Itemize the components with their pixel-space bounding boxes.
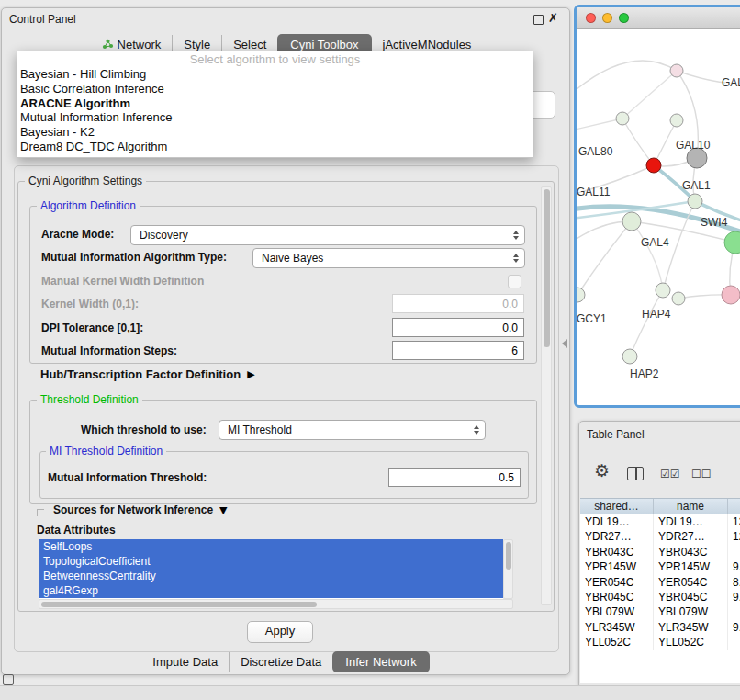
algorithm-option[interactable]: Basic Correlation Inference (17, 82, 533, 96)
attribute-item[interactable]: SelfLoops (39, 539, 503, 554)
network-node[interactable] (670, 114, 683, 127)
algorithm-dropdown-popup: Select algorithm to view settings Bayesi… (17, 51, 533, 158)
table-row[interactable]: YBR045CYBR045C9. (580, 590, 740, 604)
bottom-tab-infer-network[interactable]: Infer Network (332, 651, 429, 672)
list-vertical-scrollbar[interactable] (503, 539, 513, 599)
table-row[interactable]: YLL052CYLL052C (580, 635, 740, 649)
network-node[interactable] (724, 231, 740, 254)
dpi-tolerance-value: 0.0 (502, 322, 518, 334)
minimize-traffic-light[interactable] (602, 13, 612, 23)
close-traffic-light[interactable] (586, 13, 596, 23)
cyni-algorithm-settings-group: Cyni Algorithm Settings Algorithm Defini… (17, 181, 555, 612)
group-corner-line (37, 509, 44, 516)
divider-collapse-arrow[interactable] (562, 339, 567, 348)
table-cell: YBR045C (654, 590, 728, 604)
network-node[interactable] (616, 112, 629, 125)
network-edge[interactable] (622, 119, 654, 165)
table-row[interactable]: YLR345WYLR345W9. (580, 620, 740, 635)
table-row[interactable]: YDL19…YDL19…13 (580, 514, 740, 529)
which-threshold-label: Which threshold to use: (81, 423, 207, 436)
threshold-definition-title: Threshold Definition (37, 393, 142, 406)
table-row[interactable]: YER054CYER054C8. (580, 575, 740, 590)
table-row[interactable]: YDR27…YDR27…12 (580, 529, 740, 544)
network-node-label: HAP2 (630, 367, 659, 380)
table-column-header[interactable]: shared… (580, 499, 654, 514)
mi-threshold-field[interactable]: 0.5 (388, 468, 521, 487)
network-node[interactable] (722, 286, 740, 304)
dpi-tolerance-field[interactable]: 0.0 (392, 318, 524, 337)
hub-expander[interactable]: Hub/Transcription Factor Definition ▶ (40, 367, 255, 381)
mi-algorithm-type-select[interactable]: Naive Bayes (252, 248, 525, 268)
bottom-tab-discretize-data[interactable]: Discretize Data (229, 652, 332, 672)
deselect-all-icon[interactable]: ☐☐ (691, 468, 712, 480)
attribute-item[interactable]: gal4RGexp (39, 583, 503, 598)
network-node[interactable] (646, 158, 661, 173)
network-edge[interactable] (577, 221, 632, 295)
aracne-mode-value: Discovery (140, 229, 188, 242)
attribute-item[interactable]: BetweennessCentrality (39, 569, 503, 583)
list-horizontal-scrollbar-thumb[interactable] (41, 602, 317, 607)
dpi-tolerance-label: DPI Tolerance [0,1]: (41, 322, 143, 334)
network-edge[interactable] (577, 119, 622, 130)
float-panel-icon[interactable] (533, 15, 544, 25)
table-cell: YBL079W (654, 604, 728, 619)
panel-dock-icon[interactable] (3, 674, 14, 685)
network-node[interactable] (688, 194, 702, 209)
table-cell: 13 (728, 514, 740, 529)
aracne-mode-select[interactable]: Discovery (130, 225, 525, 245)
network-edge[interactable] (622, 71, 677, 119)
manual-kernel-checkbox[interactable] (508, 275, 521, 288)
network-edge[interactable] (630, 290, 663, 356)
table-column-header[interactable] (728, 499, 740, 514)
algorithm-option[interactable]: Dream8 DC_TDC Algorithm (17, 140, 533, 154)
apply-button[interactable]: Apply (247, 621, 313, 643)
algorithm-option[interactable]: Bayesian - Hill Climbing (17, 67, 533, 82)
settings-scrollbar[interactable] (541, 186, 552, 605)
chevron-down-icon: ▼ (219, 504, 227, 516)
table-cell: YER054C (654, 575, 728, 590)
network-node[interactable] (577, 288, 585, 302)
mi-type-label: Mutual Information Algorithm Type: (41, 251, 227, 264)
table-cell (728, 635, 740, 649)
network-node[interactable] (656, 283, 670, 298)
network-node[interactable] (622, 349, 637, 364)
threshold-definition-group: Threshold Definition Which threshold to … (29, 400, 537, 504)
table-cell: YLL052C (580, 635, 654, 649)
table-column-header[interactable]: name (654, 499, 728, 514)
network-edge[interactable] (632, 221, 663, 290)
settings-scrollbar-thumb[interactable] (544, 189, 550, 347)
attribute-item[interactable]: TopologicalCoefficient (39, 554, 503, 569)
mi-type-value: Naive Bayes (262, 252, 323, 265)
network-node[interactable] (672, 292, 685, 305)
algorithm-dropdown-options: Bayesian - Hill ClimbingBasic Correlatio… (17, 67, 533, 154)
network-node-label: GAL (722, 76, 740, 89)
table-row[interactable]: YBR043CYBR043C (580, 545, 740, 559)
table-row[interactable]: YBL079WYBL079W (580, 604, 740, 619)
zoom-traffic-light[interactable] (619, 13, 629, 23)
bottom-tab-impute-data[interactable]: Impute Data (141, 652, 229, 672)
select-all-icon[interactable]: ☑☑ (660, 468, 680, 480)
network-edge[interactable] (577, 61, 677, 94)
algorithm-option[interactable]: Mutual Information Inference (17, 110, 533, 125)
sources-expander[interactable]: Sources for Network Inference ▼ (37, 503, 228, 516)
list-vertical-scrollbar-thumb[interactable] (506, 542, 511, 570)
kernel-width-value: 0.0 (502, 298, 518, 310)
table-row[interactable]: YPR145WYPR145W9. (580, 559, 740, 574)
attribute-list[interactable]: SelfLoopsTopologicalCoefficientBetweenne… (39, 539, 503, 599)
network-node[interactable] (622, 212, 641, 231)
column-selector-icon[interactable] (627, 467, 644, 480)
algorithm-option[interactable]: ARACNE Algorithm (17, 96, 533, 111)
table-cell: YDL19… (654, 514, 728, 529)
network-node[interactable] (670, 64, 683, 77)
mi-steps-value: 6 (511, 344, 518, 357)
which-threshold-select[interactable]: MI Threshold (219, 420, 486, 440)
table-cell: YLL052C (654, 635, 728, 649)
list-horizontal-scrollbar[interactable] (39, 599, 513, 609)
network-canvas[interactable]: GAL80GAL10GAL11GAL1SWI4GAL4GCY1HAP4HAP2G… (577, 29, 740, 400)
kernel-width-field[interactable]: 0.0 (392, 294, 524, 313)
mi-steps-field[interactable]: 6 (392, 341, 524, 360)
table-options-gear-icon[interactable]: ⚙ (594, 460, 610, 480)
algorithm-definition-group: Algorithm Definition Aracne Mode: Discov… (29, 206, 537, 364)
algorithm-option[interactable]: Bayesian - K2 (17, 125, 533, 140)
close-panel-icon[interactable]: ✗ (548, 11, 558, 25)
